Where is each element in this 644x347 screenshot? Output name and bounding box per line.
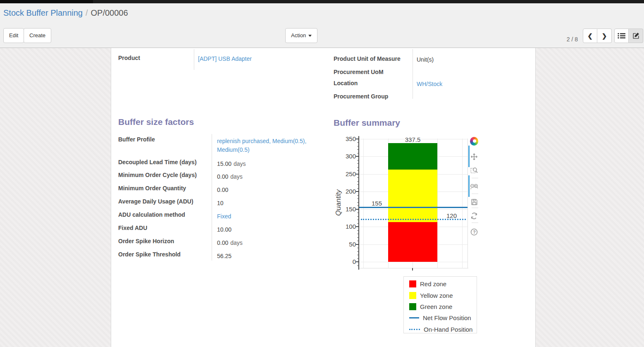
y-tick-label: 100 xyxy=(340,223,356,230)
form-sheet: Product [ADPT] USB Adapter Product Unit … xyxy=(111,48,536,347)
average-daily-usage-value: 10 xyxy=(217,199,325,208)
control-panel: Stock Buffer Planning/OP/00006 Edit Crea… xyxy=(0,3,644,48)
net-flow-position-value-label: 155 xyxy=(359,200,382,207)
buffer-summary-chart: Quantity ? xyxy=(334,134,480,276)
legend-color-swatch xyxy=(409,280,416,287)
pager-previous-button[interactable]: ❮ xyxy=(583,29,597,43)
order-spike-threshold-label: Order Spike Threshold xyxy=(118,251,181,258)
help-icon[interactable]: ? xyxy=(470,228,478,236)
buffer-size-factors-title: Buffer size factors xyxy=(118,117,194,127)
stock-buffer-planning-page: { "breadcrumb": { "section_label": "Stoc… xyxy=(0,0,644,347)
pager-counter: 2 / 8 xyxy=(546,32,578,47)
y-tick-label: 150 xyxy=(340,206,356,213)
field-number: 0.00 xyxy=(217,173,228,180)
legend-item-label: Green zone xyxy=(420,303,452,310)
legend-item-label: On-Hand Position xyxy=(424,326,472,333)
fixed-adu-value: 10.00 xyxy=(217,225,325,234)
legend-item-net-flow-position[interactable]: Net Flow Position xyxy=(404,312,477,323)
y-tick-label: 300 xyxy=(340,153,356,160)
zoom-in-out-icon[interactable] xyxy=(470,182,478,191)
pan-icon[interactable] xyxy=(470,153,478,161)
minimum-order-quantity-value: 0.00 xyxy=(217,186,325,194)
adu-method-value-link[interactable]: Fixed xyxy=(217,213,231,220)
red-zone-bar-segment[interactable] xyxy=(388,222,437,262)
legend-color-swatch xyxy=(409,303,416,310)
x-category-tick xyxy=(412,268,413,270)
legend-item-on-hand-position[interactable]: On-Hand Position xyxy=(404,324,477,335)
edit-button[interactable]: Edit xyxy=(3,28,24,43)
chart-y-axis-title: Quantity xyxy=(334,176,343,230)
field-number: 10 xyxy=(217,200,224,206)
order-spike-horizon-label: Order Spike Horizon xyxy=(118,238,174,244)
procurement-group-field-label: Procurement Group xyxy=(334,93,388,100)
breadcrumb-separator: / xyxy=(83,8,91,17)
legend-line-swatch xyxy=(409,329,420,330)
legend-item-green-zone[interactable]: Green zone xyxy=(404,301,477,312)
yellow-zone-bar-segment[interactable] xyxy=(388,170,437,223)
field-suffix: days xyxy=(230,239,243,246)
field-number: 15.00 xyxy=(217,160,231,167)
edit-form-icon xyxy=(632,32,639,39)
adu-calculation-method-label: ADU calculation method xyxy=(118,211,185,218)
box-zoom-icon[interactable] xyxy=(470,166,478,175)
location-field-value-link[interactable]: WH/Stock xyxy=(417,81,442,87)
legend-item-red-zone[interactable]: Red zone xyxy=(404,278,477,290)
plot-bottom-border xyxy=(359,268,468,268)
chevron-right-icon: ❯ xyxy=(602,32,607,40)
create-button[interactable]: Create xyxy=(24,28,51,43)
buffer-profile-value: replenish purchased, Medium(0.5), Medium… xyxy=(217,137,325,154)
plot-right-border xyxy=(467,139,468,268)
pager-next-button[interactable]: ❯ xyxy=(597,29,612,43)
y-tick-label: 200 xyxy=(340,188,356,195)
product-field-value-link[interactable]: [ADPT] USB Adapter xyxy=(198,55,252,62)
modebar-divider xyxy=(472,178,478,178)
legend-item-label: Yellow zone xyxy=(420,292,453,299)
x-gridline xyxy=(437,139,438,268)
plotly-logo[interactable] xyxy=(470,137,478,145)
modebar-divider xyxy=(472,223,478,223)
legend-line-swatch xyxy=(409,317,419,318)
top-system-bar xyxy=(0,0,644,3)
green-zone-bar-segment[interactable] xyxy=(388,143,437,170)
x-gridline xyxy=(462,139,463,268)
uom-field-label: Product Unit of Measure xyxy=(334,55,401,62)
save-icon[interactable] xyxy=(470,198,478,206)
order-spike-horizon-value: 0.00days xyxy=(217,239,325,247)
view-switcher xyxy=(614,29,643,43)
field-number: 10.00 xyxy=(217,226,231,233)
field-divider xyxy=(212,134,212,261)
location-field-label: Location xyxy=(334,80,358,86)
modebar-divider xyxy=(472,208,478,208)
field-number: 56.25 xyxy=(217,253,231,259)
breadcrumb-record-name: OP/00006 xyxy=(91,8,128,17)
y-tick-label: 250 xyxy=(340,170,356,177)
order-spike-threshold-value: 56.25 xyxy=(217,252,325,261)
legend-item-label: Red zone xyxy=(420,280,446,287)
chart-legend: Red zoneYellow zoneGreen zoneNet Flow Po… xyxy=(403,276,477,333)
on-hand-position-value-label: 120 xyxy=(440,212,463,219)
y-tick-label: 350 xyxy=(340,135,356,142)
breadcrumb-section-link[interactable]: Stock Buffer Planning xyxy=(3,8,83,17)
modebar-active-indicator xyxy=(468,175,470,197)
form-view-button[interactable] xyxy=(629,29,643,43)
field-divider xyxy=(194,49,194,70)
legend-item-yellow-zone[interactable]: Yellow zone xyxy=(404,290,477,301)
field-divider xyxy=(413,49,413,99)
list-icon xyxy=(618,33,625,39)
list-view-button[interactable] xyxy=(614,29,629,43)
decoupled-lead-time-value: 15.00days xyxy=(217,160,325,168)
buffer-profile-value-link[interactable]: replenish purchased, Medium(0.5), Medium… xyxy=(217,138,306,153)
buffer-summary-title: Buffer summary xyxy=(334,118,400,128)
fixed-adu-label: Fixed ADU xyxy=(118,225,147,231)
minimum-order-quantity-label: Minimum Order Quantity xyxy=(118,185,186,191)
y-tick-label: 50 xyxy=(340,241,356,248)
y-tick-label: 0 xyxy=(340,258,356,265)
field-suffix: days xyxy=(234,160,246,167)
reset-axes-icon[interactable] xyxy=(470,212,478,220)
adu-calculation-method-value: Fixed xyxy=(217,212,325,221)
minimum-order-cycle-value: 0.00days xyxy=(217,172,325,181)
uom-field-value: Unit(s) xyxy=(417,56,434,63)
field-number: 0.00 xyxy=(217,239,228,246)
product-field-label: Product xyxy=(118,55,140,61)
action-dropdown-button[interactable]: Action xyxy=(285,28,317,43)
